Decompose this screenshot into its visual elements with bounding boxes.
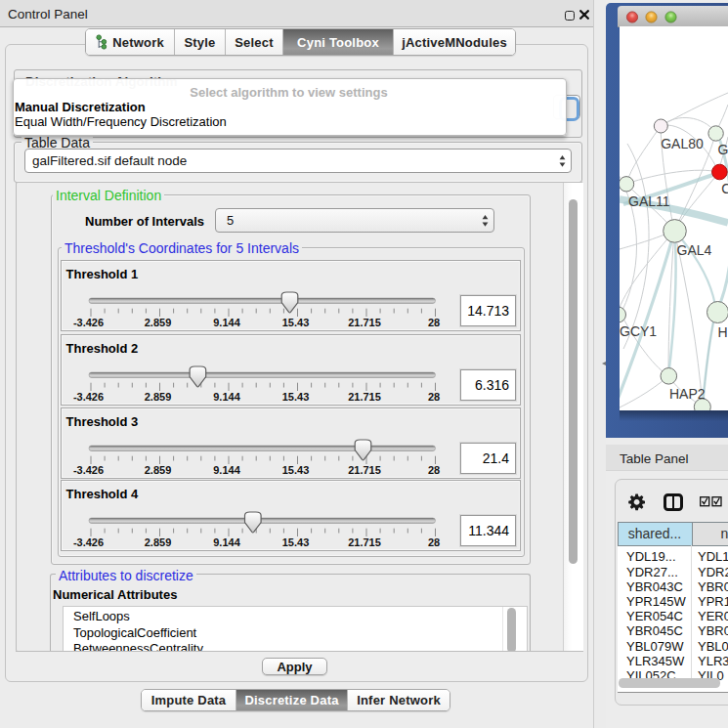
svg-text:2.859: 2.859 <box>145 536 172 548</box>
svg-text:28: 28 <box>428 317 440 328</box>
svg-text:GCY1: GCY1 <box>620 323 657 339</box>
svg-text:HAP2: HAP2 <box>669 386 706 402</box>
svg-text:2.859: 2.859 <box>145 317 172 328</box>
svg-text:28: 28 <box>428 464 440 476</box>
svg-text:21.715: 21.715 <box>348 391 381 403</box>
svg-text:9.144: 9.144 <box>213 317 240 328</box>
svg-text:15.43: 15.43 <box>282 391 310 403</box>
svg-text:-3.426: -3.426 <box>73 391 104 403</box>
svg-text:21.715: 21.715 <box>348 464 381 476</box>
svg-text:GAL11: GAL11 <box>628 193 670 209</box>
svg-text:15.43: 15.43 <box>282 464 310 476</box>
svg-text:28: 28 <box>428 391 440 403</box>
svg-text:9.144: 9.144 <box>213 464 240 476</box>
svg-text:21.715: 21.715 <box>348 536 381 548</box>
svg-text:21.715: 21.715 <box>348 317 381 328</box>
svg-text:15.43: 15.43 <box>282 317 310 328</box>
svg-text:-3.426: -3.426 <box>73 317 104 328</box>
svg-text:-3.426: -3.426 <box>73 536 104 548</box>
svg-text:C: C <box>721 181 728 196</box>
svg-text:H: H <box>718 324 728 340</box>
svg-text:GAL80: GAL80 <box>661 136 704 151</box>
svg-text:28: 28 <box>428 536 440 548</box>
svg-text:9.144: 9.144 <box>213 391 240 403</box>
svg-text:2.859: 2.859 <box>145 464 172 476</box>
svg-text:GAL4: GAL4 <box>677 242 712 258</box>
svg-text:15.43: 15.43 <box>282 536 310 548</box>
svg-text:G.: G. <box>718 142 728 157</box>
svg-text:9.144: 9.144 <box>213 536 240 548</box>
svg-text:2.859: 2.859 <box>145 391 172 403</box>
svg-text:-3.426: -3.426 <box>73 464 104 476</box>
